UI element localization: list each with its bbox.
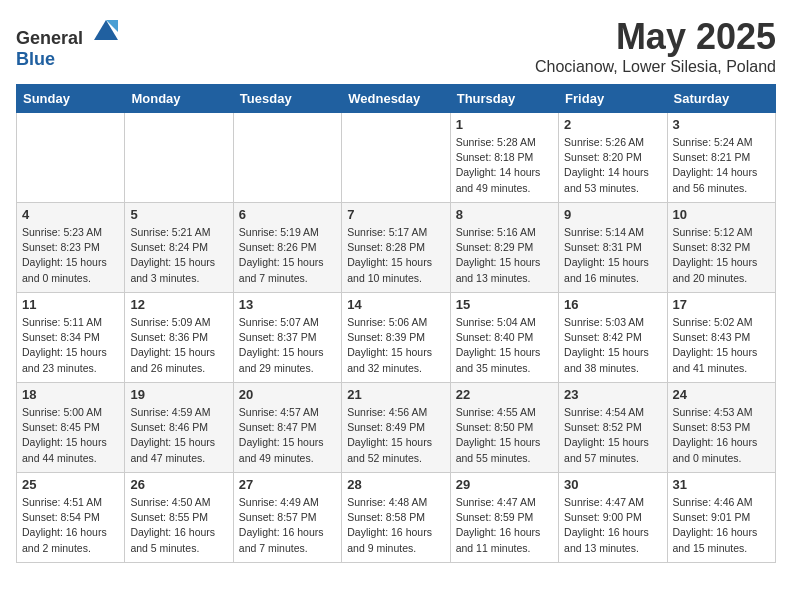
calendar-cell: 10Sunrise: 5:12 AM Sunset: 8:32 PM Dayli…	[667, 203, 775, 293]
day-info: Sunrise: 5:17 AM Sunset: 8:28 PM Dayligh…	[347, 225, 444, 286]
weekday-header-thursday: Thursday	[450, 85, 558, 113]
logo-general-text: General	[16, 28, 83, 48]
day-number: 14	[347, 297, 444, 312]
day-info: Sunrise: 4:56 AM Sunset: 8:49 PM Dayligh…	[347, 405, 444, 466]
day-number: 11	[22, 297, 119, 312]
day-number: 1	[456, 117, 553, 132]
day-number: 25	[22, 477, 119, 492]
day-info: Sunrise: 5:07 AM Sunset: 8:37 PM Dayligh…	[239, 315, 336, 376]
calendar-cell: 25Sunrise: 4:51 AM Sunset: 8:54 PM Dayli…	[17, 473, 125, 563]
day-number: 20	[239, 387, 336, 402]
calendar-cell: 27Sunrise: 4:49 AM Sunset: 8:57 PM Dayli…	[233, 473, 341, 563]
day-number: 31	[673, 477, 770, 492]
day-number: 23	[564, 387, 661, 402]
day-number: 10	[673, 207, 770, 222]
day-info: Sunrise: 4:47 AM Sunset: 9:00 PM Dayligh…	[564, 495, 661, 556]
calendar-cell: 9Sunrise: 5:14 AM Sunset: 8:31 PM Daylig…	[559, 203, 667, 293]
calendar-cell	[125, 113, 233, 203]
day-number: 8	[456, 207, 553, 222]
day-number: 7	[347, 207, 444, 222]
day-number: 24	[673, 387, 770, 402]
day-number: 13	[239, 297, 336, 312]
day-number: 4	[22, 207, 119, 222]
calendar-title: May 2025	[535, 16, 776, 58]
calendar-cell	[233, 113, 341, 203]
calendar-cell: 6Sunrise: 5:19 AM Sunset: 8:26 PM Daylig…	[233, 203, 341, 293]
day-number: 27	[239, 477, 336, 492]
day-info: Sunrise: 5:28 AM Sunset: 8:18 PM Dayligh…	[456, 135, 553, 196]
calendar-cell: 11Sunrise: 5:11 AM Sunset: 8:34 PM Dayli…	[17, 293, 125, 383]
day-info: Sunrise: 4:53 AM Sunset: 8:53 PM Dayligh…	[673, 405, 770, 466]
day-info: Sunrise: 5:16 AM Sunset: 8:29 PM Dayligh…	[456, 225, 553, 286]
calendar-cell: 23Sunrise: 4:54 AM Sunset: 8:52 PM Dayli…	[559, 383, 667, 473]
day-number: 19	[130, 387, 227, 402]
calendar-cell: 31Sunrise: 4:46 AM Sunset: 9:01 PM Dayli…	[667, 473, 775, 563]
calendar-subtitle: Chocianow, Lower Silesia, Poland	[535, 58, 776, 76]
day-number: 26	[130, 477, 227, 492]
day-info: Sunrise: 5:06 AM Sunset: 8:39 PM Dayligh…	[347, 315, 444, 376]
week-row-3: 18Sunrise: 5:00 AM Sunset: 8:45 PM Dayli…	[17, 383, 776, 473]
day-number: 3	[673, 117, 770, 132]
calendar-cell: 7Sunrise: 5:17 AM Sunset: 8:28 PM Daylig…	[342, 203, 450, 293]
calendar-cell: 30Sunrise: 4:47 AM Sunset: 9:00 PM Dayli…	[559, 473, 667, 563]
day-info: Sunrise: 5:02 AM Sunset: 8:43 PM Dayligh…	[673, 315, 770, 376]
day-number: 18	[22, 387, 119, 402]
week-row-2: 11Sunrise: 5:11 AM Sunset: 8:34 PM Dayli…	[17, 293, 776, 383]
calendar-cell: 15Sunrise: 5:04 AM Sunset: 8:40 PM Dayli…	[450, 293, 558, 383]
calendar-cell: 26Sunrise: 4:50 AM Sunset: 8:55 PM Dayli…	[125, 473, 233, 563]
day-number: 29	[456, 477, 553, 492]
day-info: Sunrise: 5:26 AM Sunset: 8:20 PM Dayligh…	[564, 135, 661, 196]
calendar-cell: 3Sunrise: 5:24 AM Sunset: 8:21 PM Daylig…	[667, 113, 775, 203]
day-info: Sunrise: 4:46 AM Sunset: 9:01 PM Dayligh…	[673, 495, 770, 556]
day-info: Sunrise: 4:50 AM Sunset: 8:55 PM Dayligh…	[130, 495, 227, 556]
day-info: Sunrise: 5:23 AM Sunset: 8:23 PM Dayligh…	[22, 225, 119, 286]
week-row-1: 4Sunrise: 5:23 AM Sunset: 8:23 PM Daylig…	[17, 203, 776, 293]
calendar-cell: 12Sunrise: 5:09 AM Sunset: 8:36 PM Dayli…	[125, 293, 233, 383]
day-info: Sunrise: 5:04 AM Sunset: 8:40 PM Dayligh…	[456, 315, 553, 376]
weekday-header-friday: Friday	[559, 85, 667, 113]
calendar-cell	[342, 113, 450, 203]
calendar-cell: 1Sunrise: 5:28 AM Sunset: 8:18 PM Daylig…	[450, 113, 558, 203]
calendar-cell: 17Sunrise: 5:02 AM Sunset: 8:43 PM Dayli…	[667, 293, 775, 383]
day-info: Sunrise: 5:00 AM Sunset: 8:45 PM Dayligh…	[22, 405, 119, 466]
week-row-4: 25Sunrise: 4:51 AM Sunset: 8:54 PM Dayli…	[17, 473, 776, 563]
calendar-cell: 24Sunrise: 4:53 AM Sunset: 8:53 PM Dayli…	[667, 383, 775, 473]
calendar-cell: 5Sunrise: 5:21 AM Sunset: 8:24 PM Daylig…	[125, 203, 233, 293]
day-info: Sunrise: 4:47 AM Sunset: 8:59 PM Dayligh…	[456, 495, 553, 556]
day-number: 5	[130, 207, 227, 222]
calendar-cell: 28Sunrise: 4:48 AM Sunset: 8:58 PM Dayli…	[342, 473, 450, 563]
logo: General Blue	[16, 16, 122, 70]
day-info: Sunrise: 4:48 AM Sunset: 8:58 PM Dayligh…	[347, 495, 444, 556]
day-info: Sunrise: 5:19 AM Sunset: 8:26 PM Dayligh…	[239, 225, 336, 286]
calendar-cell: 8Sunrise: 5:16 AM Sunset: 8:29 PM Daylig…	[450, 203, 558, 293]
calendar-cell: 18Sunrise: 5:00 AM Sunset: 8:45 PM Dayli…	[17, 383, 125, 473]
weekday-header-wednesday: Wednesday	[342, 85, 450, 113]
day-number: 15	[456, 297, 553, 312]
weekday-header-saturday: Saturday	[667, 85, 775, 113]
day-number: 2	[564, 117, 661, 132]
day-info: Sunrise: 4:54 AM Sunset: 8:52 PM Dayligh…	[564, 405, 661, 466]
day-number: 6	[239, 207, 336, 222]
week-row-0: 1Sunrise: 5:28 AM Sunset: 8:18 PM Daylig…	[17, 113, 776, 203]
day-info: Sunrise: 4:49 AM Sunset: 8:57 PM Dayligh…	[239, 495, 336, 556]
day-info: Sunrise: 5:14 AM Sunset: 8:31 PM Dayligh…	[564, 225, 661, 286]
calendar-cell: 19Sunrise: 4:59 AM Sunset: 8:46 PM Dayli…	[125, 383, 233, 473]
logo-blue-text: Blue	[16, 49, 55, 69]
calendar-cell: 21Sunrise: 4:56 AM Sunset: 8:49 PM Dayli…	[342, 383, 450, 473]
day-number: 21	[347, 387, 444, 402]
day-number: 16	[564, 297, 661, 312]
calendar-cell: 2Sunrise: 5:26 AM Sunset: 8:20 PM Daylig…	[559, 113, 667, 203]
day-info: Sunrise: 4:59 AM Sunset: 8:46 PM Dayligh…	[130, 405, 227, 466]
calendar-cell: 16Sunrise: 5:03 AM Sunset: 8:42 PM Dayli…	[559, 293, 667, 383]
day-info: Sunrise: 4:51 AM Sunset: 8:54 PM Dayligh…	[22, 495, 119, 556]
day-info: Sunrise: 5:11 AM Sunset: 8:34 PM Dayligh…	[22, 315, 119, 376]
calendar-cell: 13Sunrise: 5:07 AM Sunset: 8:37 PM Dayli…	[233, 293, 341, 383]
day-info: Sunrise: 5:21 AM Sunset: 8:24 PM Dayligh…	[130, 225, 227, 286]
day-info: Sunrise: 5:24 AM Sunset: 8:21 PM Dayligh…	[673, 135, 770, 196]
weekday-header-monday: Monday	[125, 85, 233, 113]
calendar-cell: 14Sunrise: 5:06 AM Sunset: 8:39 PM Dayli…	[342, 293, 450, 383]
weekday-header-tuesday: Tuesday	[233, 85, 341, 113]
calendar-cell: 20Sunrise: 4:57 AM Sunset: 8:47 PM Dayli…	[233, 383, 341, 473]
weekday-header-sunday: Sunday	[17, 85, 125, 113]
day-number: 22	[456, 387, 553, 402]
